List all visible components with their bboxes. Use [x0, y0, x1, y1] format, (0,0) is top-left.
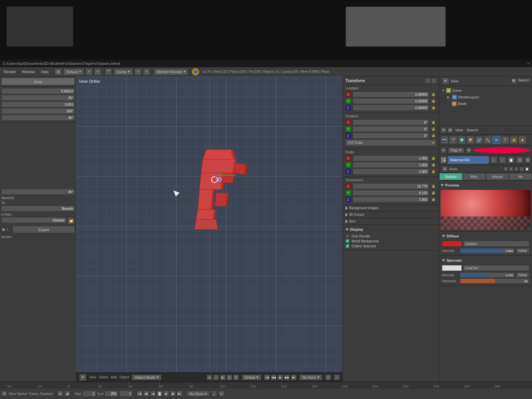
location-y-lock[interactable]: 🔒: [430, 98, 436, 104]
menu-window[interactable]: Window: [19, 69, 38, 74]
play-next-key[interactable]: |▶: [170, 391, 176, 397]
location-x-lock[interactable]: 🔒: [430, 91, 436, 97]
tl-icon2[interactable]: ◉: [65, 391, 70, 397]
scale-x-lock[interactable]: 🔒: [430, 155, 436, 161]
euler-dropdown[interactable]: XYZ Euler ▾: [345, 139, 436, 146]
mater-down[interactable]: ↓: [519, 167, 524, 171]
intensity-slider[interactable]: 0.800: [460, 248, 515, 253]
shading-dropdown[interactable]: Global ▾: [242, 374, 262, 380]
world-bg-checkbox[interactable]: [345, 239, 349, 243]
tab-modifiers[interactable]: 🔧: [484, 136, 492, 144]
viewport[interactable]: User Ortho: [76, 76, 342, 382]
material-name-field[interactable]: Material.001: [448, 156, 489, 164]
nosync-dropdown2[interactable]: No Sync ▾: [187, 391, 210, 397]
play-jump-start[interactable]: |◀: [137, 391, 143, 397]
transform-expand[interactable]: [426, 78, 430, 83]
rotation-z-lock[interactable]: 🔒: [430, 133, 436, 139]
rotation-x-lock[interactable]: 🔒: [430, 119, 436, 125]
tab-texture[interactable]: T: [501, 136, 509, 144]
tab-wire[interactable]: Wire: [463, 173, 486, 180]
specular-shader[interactable]: CookTorr: [463, 265, 529, 271]
value5[interactable]: 45°: [1, 115, 75, 121]
rotation-z-input[interactable]: 0°: [353, 133, 429, 139]
rotation-y-input[interactable]: 0°: [353, 126, 429, 132]
rotation-x-input[interactable]: 0°: [353, 119, 429, 125]
nav-icon5[interactable]: ▶|: [291, 374, 297, 380]
play-next[interactable]: ▶: [163, 391, 169, 397]
view-icon[interactable]: 👁: [441, 127, 447, 133]
ramp-btn[interactable]: Ramp: [516, 248, 529, 253]
transform-collapse[interactable]: [432, 78, 436, 83]
scene-remove[interactable]: ×: [143, 68, 150, 75]
nosync-dropdown[interactable]: No Sync ▾: [299, 374, 323, 380]
nav-icon3[interactable]: ▶: [277, 374, 283, 380]
tab-material[interactable]: M: [492, 136, 500, 144]
bounds-input[interactable]: Bounds: [1, 205, 75, 211]
vp-icon4[interactable]: ⊙: [226, 374, 232, 380]
item-row[interactable]: Item: [343, 218, 439, 225]
frame-input[interactable]: 1: [119, 391, 133, 397]
outliner-item-renderlayers[interactable]: ▶ R RenderLayers: [441, 94, 531, 100]
glasses-input[interactable]: Glasses: [1, 217, 66, 223]
vp-icon2[interactable]: ○: [213, 374, 219, 380]
mater-icon[interactable]: M: [442, 166, 448, 172]
tl-view-btn[interactable]: 👁: [1, 391, 7, 397]
play-stop[interactable]: ▐▌: [157, 391, 163, 397]
plan-icon[interactable]: ✏: [441, 147, 447, 153]
scene-add[interactable]: +: [134, 68, 142, 75]
mat-menu[interactable]: ☰: [525, 157, 531, 163]
tab-surface[interactable]: Surface: [439, 173, 463, 180]
sync-icon[interactable]: ⊙: [325, 374, 331, 380]
area-button[interactable]: Area: [1, 78, 75, 85]
mat-remove[interactable]: ×: [499, 156, 506, 164]
outliner-search[interactable]: 🔍: [511, 78, 517, 84]
title-close[interactable]: ×: [527, 62, 529, 66]
diffuse-shader[interactable]: Lambert: [463, 241, 529, 247]
tab-render[interactable]: 📷: [441, 136, 449, 144]
location-z-lock[interactable]: 🔒: [430, 105, 436, 111]
spec-intensity-slider[interactable]: 0.500: [460, 272, 515, 278]
start-input[interactable]: 1: [83, 391, 96, 397]
outliner-item-world[interactable]: W World: [441, 100, 531, 107]
renderer-dropdown[interactable]: Blender Render ▾: [154, 68, 189, 75]
scene-icon[interactable]: 🎬: [105, 68, 112, 75]
plan-dropdown[interactable]: Plan ▾: [448, 147, 465, 153]
export-icon1[interactable]: ▶: [1, 227, 6, 232]
play-prev-key[interactable]: ◀|: [143, 391, 149, 397]
dim-z-input[interactable]: 7.000: [353, 197, 429, 202]
workspace-add[interactable]: +: [85, 68, 93, 75]
mater-add[interactable]: +: [503, 167, 508, 171]
mater-remove[interactable]: ×: [509, 167, 513, 171]
scale-y-lock[interactable]: 🔒: [430, 162, 436, 168]
mat-copy[interactable]: 📋: [507, 156, 515, 164]
only-render-checkbox[interactable]: [345, 234, 349, 238]
cursor-row[interactable]: 3D Cursor: [343, 211, 439, 218]
hardness-slider[interactable]: 50: [460, 278, 529, 284]
mat-add[interactable]: +: [490, 156, 497, 164]
value1[interactable]: 0.00010: [1, 88, 75, 94]
tab-scene[interactable]: 🎬: [449, 136, 457, 144]
outliner-view-label[interactable]: ⊞: [447, 127, 453, 133]
dim-z-lock[interactable]: 🔒: [430, 197, 436, 202]
vp-icon5[interactable]: ⊡: [233, 374, 239, 380]
scale-y-input[interactable]: 1.000: [353, 162, 429, 168]
tab-particles[interactable]: ✨: [510, 136, 518, 144]
tab-world[interactable]: 🌍: [458, 136, 466, 144]
tab-halo[interactable]: Ha: [509, 173, 532, 180]
value3[interactable]: 0.001: [1, 101, 75, 107]
outliner-icon-btn[interactable]: 👁: [442, 77, 449, 85]
scene-dropdown[interactable]: Scene ▾: [113, 68, 133, 75]
mater-copy2[interactable]: 📋: [525, 167, 529, 171]
view-btn[interactable]: 👁: [79, 374, 86, 381]
mat-settings[interactable]: ⚙: [516, 156, 523, 164]
play-prev[interactable]: ◀: [150, 391, 156, 397]
tab-physics[interactable]: ⚡: [518, 136, 526, 144]
workspace-dropdown[interactable]: Default ▾: [63, 68, 84, 75]
tab-constraints[interactable]: 🔗: [475, 136, 483, 144]
dim-y-lock[interactable]: 🔒: [430, 190, 436, 196]
export-button[interactable]: Export: [13, 226, 75, 233]
bg-images-row[interactable]: Background Images: [343, 205, 439, 211]
play-jump-end[interactable]: ▶|: [177, 391, 183, 397]
mode-dropdown[interactable]: Object Mode ▾: [132, 374, 162, 380]
rotation-y-lock[interactable]: 🔒: [430, 126, 436, 132]
